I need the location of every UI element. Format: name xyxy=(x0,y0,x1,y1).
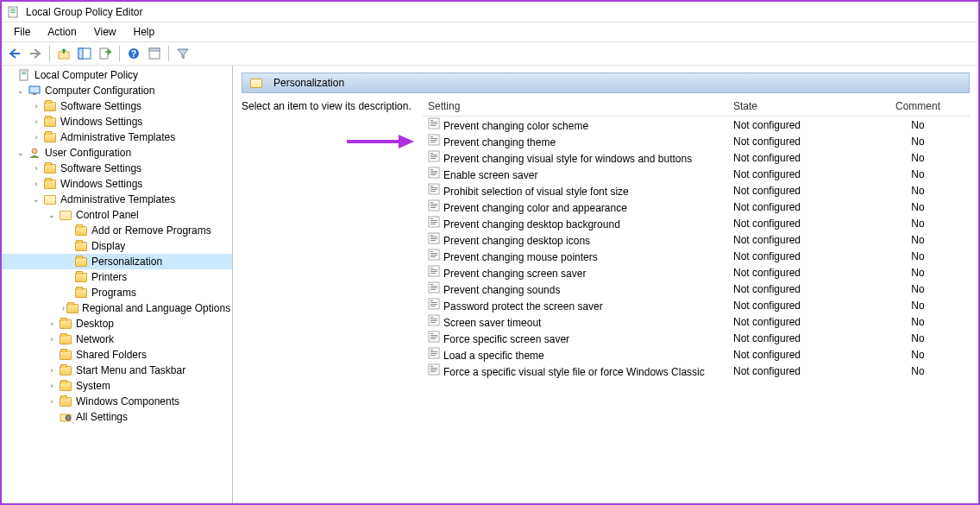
tree-item[interactable]: ›Desktop xyxy=(2,316,232,331)
tree-label: Windows Settings xyxy=(60,116,142,128)
tree-toggle[interactable]: ⌄ xyxy=(16,85,26,96)
settings-list[interactable]: Setting State Comment Prevent changing c… xyxy=(423,97,970,503)
policy-state: Not configured xyxy=(728,167,866,181)
col-state[interactable]: State xyxy=(728,97,866,116)
tree-toggle[interactable]: › xyxy=(47,319,57,329)
tree-item-printers[interactable]: Printers xyxy=(2,269,232,285)
policy-state: Not configured xyxy=(728,200,866,214)
policy-row[interactable]: Prevent changing desktop backgroundNot c… xyxy=(423,215,970,231)
tree-toggle[interactable] xyxy=(62,287,72,298)
tree-item[interactable]: ›Administrative Templates xyxy=(2,129,232,145)
tree-toggle[interactable]: › xyxy=(31,117,41,127)
policy-row[interactable]: Prevent changing visual style for window… xyxy=(423,149,970,166)
menu-view[interactable]: View xyxy=(85,24,125,40)
policy-row[interactable]: Prevent changing screen saverNot configu… xyxy=(423,264,970,281)
menu-help[interactable]: Help xyxy=(125,24,164,40)
tree-toggle[interactable] xyxy=(47,412,57,422)
col-comment[interactable]: Comment xyxy=(866,97,970,116)
policy-row[interactable]: Password protect the screen saverNot con… xyxy=(423,297,970,313)
policy-comment: No xyxy=(866,200,970,214)
filter-button[interactable] xyxy=(173,44,192,63)
policy-setting: Prevent changing screen saver xyxy=(423,264,728,281)
folder-icon xyxy=(43,178,57,190)
tree-toggle[interactable]: › xyxy=(31,163,41,174)
svg-rect-89 xyxy=(430,337,437,338)
policy-row[interactable]: Prohibit selection of visual style font … xyxy=(423,182,970,199)
tree-toggle[interactable]: › xyxy=(47,334,57,344)
tree-item-personalization[interactable]: Personalization xyxy=(2,254,232,269)
policy-row[interactable]: Enable screen saverNot configuredNo xyxy=(423,166,970,182)
tree-item-regional-and-language-options[interactable]: ›Regional and Language Options xyxy=(2,300,232,316)
policy-row[interactable]: Prevent changing color and appearanceNot… xyxy=(423,199,970,215)
tree-item[interactable]: ›Start Menu and Taskbar xyxy=(2,363,232,378)
svg-rect-22 xyxy=(430,120,433,121)
policy-setting: Prohibit selection of visual style font … xyxy=(423,182,728,199)
tree-user-config[interactable]: ⌄ User Configuration xyxy=(2,145,232,161)
tree-toggle[interactable] xyxy=(62,241,72,251)
svg-rect-38 xyxy=(430,171,437,172)
tree-item[interactable]: All Settings xyxy=(2,409,232,425)
tree-toggle[interactable] xyxy=(62,272,72,282)
policy-row[interactable]: Prevent changing desktop iconsNot config… xyxy=(423,231,970,248)
policy-row[interactable]: Screen saver timeoutNot configuredNo xyxy=(423,313,970,330)
policy-row[interactable]: Prevent changing themeNot configuredNo xyxy=(423,133,970,149)
tree-toggle[interactable]: ⌄ xyxy=(31,194,41,205)
tree-toggle[interactable]: › xyxy=(31,101,41,111)
tree-toggle[interactable] xyxy=(62,225,72,236)
tree-item-programs[interactable]: Programs xyxy=(2,285,232,300)
forward-button[interactable] xyxy=(26,44,45,63)
policy-comment: No xyxy=(866,331,970,345)
tree-toggle[interactable]: › xyxy=(31,179,41,189)
policy-row[interactable]: Force specific screen saverNot configure… xyxy=(423,330,970,346)
tree-windows-settings[interactable]: › Windows Settings xyxy=(2,176,232,192)
tree-software-settings[interactable]: › Software Settings xyxy=(2,161,232,176)
policy-row[interactable]: Force a specific visual style file or fo… xyxy=(423,363,970,379)
policy-row[interactable]: Prevent changing mouse pointersNot confi… xyxy=(423,248,970,264)
up-button[interactable] xyxy=(54,44,73,63)
tree-toggle[interactable]: ⌄ xyxy=(16,148,26,158)
policy-icon xyxy=(428,298,440,310)
policy-row[interactable]: Prevent changing soundsNot configuredNo xyxy=(423,281,970,297)
tree-item-add-or-remove-programs[interactable]: Add or Remove Programs xyxy=(2,223,232,238)
tree-item[interactable]: ›System xyxy=(2,378,232,394)
tree-admin-templates[interactable]: ⌄ Administrative Templates xyxy=(2,192,232,207)
svg-rect-49 xyxy=(430,205,437,206)
properties-button[interactable] xyxy=(145,44,164,63)
policy-row[interactable]: Load a specific themeNot configuredNo xyxy=(423,346,970,363)
tree-toggle[interactable]: › xyxy=(47,365,57,376)
show-hide-tree-button[interactable] xyxy=(75,44,94,63)
tree-toggle[interactable] xyxy=(62,256,72,267)
tree-toggle[interactable]: › xyxy=(31,132,41,142)
tree-item[interactable]: ›Network xyxy=(2,331,232,347)
tree-item[interactable]: ›Software Settings xyxy=(2,98,232,114)
policy-comment: No xyxy=(866,315,970,329)
tree-toggle[interactable]: ⌄ xyxy=(47,210,57,220)
tree-label: Regional and Language Options xyxy=(82,302,230,314)
tree-item-display[interactable]: Display xyxy=(2,238,232,254)
tree-toggle[interactable]: › xyxy=(62,303,65,313)
tree-label: Administrative Templates xyxy=(60,131,175,143)
tree-panel[interactable]: Local Computer Policy ⌄ Computer Configu… xyxy=(2,66,233,503)
policy-icon xyxy=(428,363,440,376)
tree-item[interactable]: ›Windows Components xyxy=(2,394,232,409)
tree-label: Display xyxy=(91,240,125,252)
tree-item[interactable]: ›Windows Settings xyxy=(2,114,232,129)
menu-action[interactable]: Action xyxy=(39,24,85,40)
tree-root[interactable]: Local Computer Policy xyxy=(2,67,232,83)
tree-item[interactable]: Shared Folders xyxy=(2,347,232,363)
back-button[interactable] xyxy=(5,44,24,63)
tree-computer-config[interactable]: ⌄ Computer Configuration xyxy=(2,83,232,98)
policy-row[interactable]: Prevent changing color schemeNot configu… xyxy=(423,117,970,133)
export-button[interactable] xyxy=(96,44,115,63)
menu-file[interactable]: File xyxy=(5,24,39,40)
svg-rect-47 xyxy=(430,202,433,203)
tree-toggle[interactable]: › xyxy=(47,396,57,407)
tree-control-panel[interactable]: ⌄ Control Panel xyxy=(2,207,232,223)
col-setting[interactable]: Setting xyxy=(423,97,728,116)
tree-toggle[interactable]: › xyxy=(47,381,57,391)
policy-comment: No xyxy=(866,184,970,198)
svg-rect-27 xyxy=(430,136,433,137)
policy-icon xyxy=(428,216,440,228)
help-button[interactable]: ? xyxy=(124,44,143,63)
tree-toggle[interactable] xyxy=(47,350,57,360)
